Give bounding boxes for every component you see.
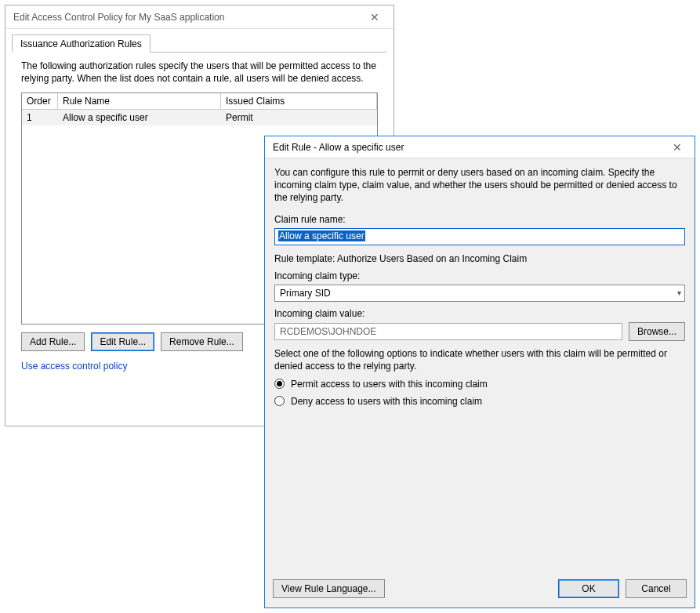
instructions: You can configure this rule to permit or… bbox=[274, 166, 685, 205]
dialog-title: Edit Rule - Allow a specific user bbox=[273, 142, 404, 153]
chevron-down-icon: ▾ bbox=[677, 288, 681, 297]
view-rule-language-button[interactable]: View Rule Language... bbox=[273, 579, 385, 598]
dialog-footer: View Rule Language... OK Cancel bbox=[273, 579, 687, 598]
remove-rule-button[interactable]: Remove Rule... bbox=[161, 332, 243, 351]
tabstrip: Issuance Authorization Rules bbox=[12, 34, 387, 53]
edit-rule-button[interactable]: Edit Rule... bbox=[91, 332, 154, 351]
permit-label: Permit access to users with this incomin… bbox=[291, 379, 488, 390]
deny-label: Deny access to users with this incoming … bbox=[291, 396, 482, 407]
intro-text: The following authorization rules specif… bbox=[21, 60, 378, 85]
incoming-claim-value-input[interactable]: RCDEMOS\JOHNDOE bbox=[274, 323, 622, 340]
tab-issuance-authorization-rules[interactable]: Issuance Authorization Rules bbox=[12, 34, 151, 53]
radio-deny[interactable] bbox=[274, 396, 285, 406]
col-header-claims[interactable]: Issued Claims bbox=[221, 93, 377, 110]
claim-rule-name-input[interactable]: Allow a specific user bbox=[274, 228, 685, 245]
cell-name: Allow a specific user bbox=[58, 110, 221, 125]
incoming-claim-type-label: Incoming claim type: bbox=[274, 270, 685, 281]
browse-button[interactable]: Browse... bbox=[629, 322, 685, 341]
table-row[interactable]: 1 Allow a specific user Permit bbox=[22, 110, 377, 125]
cell-claims: Permit bbox=[221, 110, 377, 125]
ok-button[interactable]: OK bbox=[558, 579, 619, 598]
incoming-claim-value-text: RCDEMOS\JOHNDOE bbox=[280, 326, 376, 337]
col-header-order[interactable]: Order bbox=[22, 93, 58, 110]
cancel-button[interactable]: Cancel bbox=[626, 579, 687, 598]
close-icon[interactable]: ✕ bbox=[362, 8, 387, 27]
table-header: Order Rule Name Issued Claims bbox=[22, 93, 377, 110]
incoming-claim-value-label: Incoming claim value: bbox=[274, 308, 685, 319]
col-header-name[interactable]: Rule Name bbox=[58, 93, 221, 110]
use-access-control-policy-link[interactable]: Use access control policy bbox=[21, 361, 127, 372]
claim-rule-name-value: Allow a specific user bbox=[278, 230, 365, 241]
add-rule-button[interactable]: Add Rule... bbox=[21, 332, 85, 351]
cell-order: 1 bbox=[22, 110, 58, 125]
dialog-body: You can configure this rule to permit or… bbox=[265, 158, 695, 413]
incoming-claim-value-row: RCDEMOS\JOHNDOE Browse... bbox=[274, 322, 685, 341]
rule-template-text: Rule template: Authorize Users Based on … bbox=[274, 253, 685, 264]
incoming-claim-type-value: Primary SID bbox=[280, 288, 331, 299]
close-icon[interactable]: ✕ bbox=[665, 138, 690, 157]
titlebar: Edit Access Control Policy for My SaaS a… bbox=[5, 5, 394, 29]
deny-option[interactable]: Deny access to users with this incoming … bbox=[274, 396, 685, 407]
option-instructions: Select one of the following options to i… bbox=[274, 347, 685, 372]
radio-permit[interactable] bbox=[274, 379, 285, 389]
claim-rule-name-label: Claim rule name: bbox=[274, 214, 685, 225]
dialog-title: Edit Access Control Policy for My SaaS a… bbox=[13, 12, 224, 23]
edit-rule-dialog: Edit Rule - Allow a specific user ✕ You … bbox=[264, 136, 695, 608]
permit-option[interactable]: Permit access to users with this incomin… bbox=[274, 379, 685, 390]
titlebar: Edit Rule - Allow a specific user ✕ bbox=[265, 136, 695, 158]
incoming-claim-type-select[interactable]: Primary SID ▾ bbox=[274, 285, 685, 302]
